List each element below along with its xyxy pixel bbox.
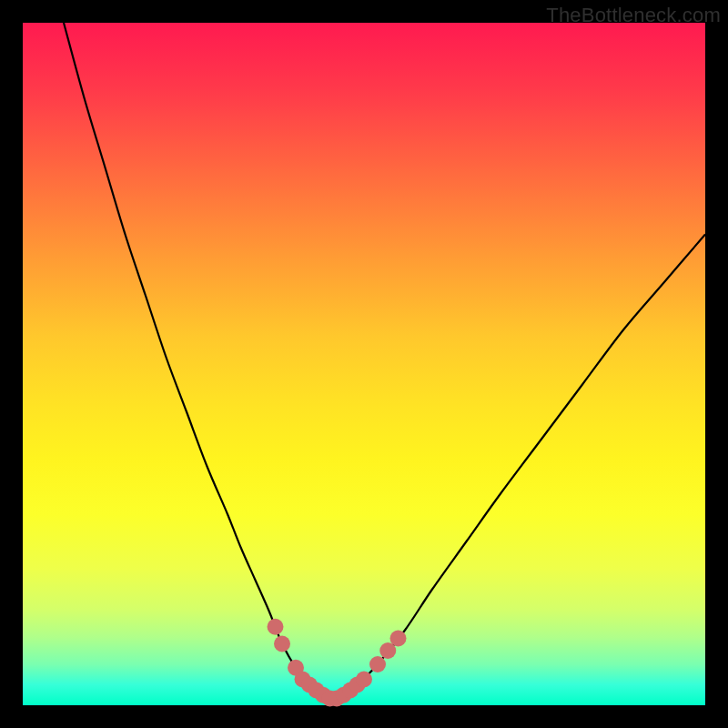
- watermark-text: TheBottleneck.com: [546, 4, 721, 27]
- chart-svg: [23, 23, 705, 705]
- curve-marker: [268, 619, 284, 635]
- curve-marker: [390, 631, 407, 647]
- curve-marker: [369, 656, 386, 672]
- bottleneck-curve: [64, 23, 705, 699]
- marker-layer: [268, 619, 407, 707]
- curve-marker: [274, 636, 290, 652]
- curve-marker: [356, 672, 372, 688]
